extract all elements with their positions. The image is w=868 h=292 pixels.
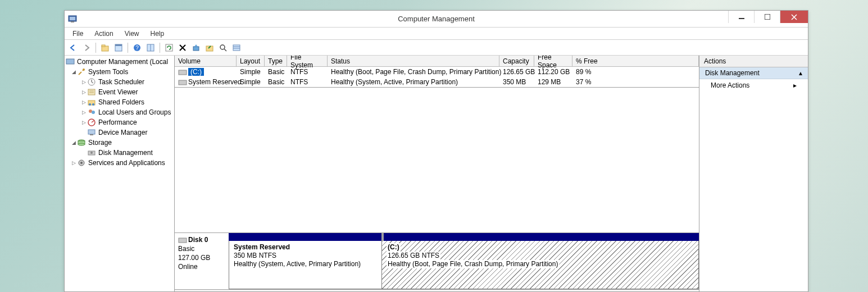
menu-action[interactable]: Action — [90, 29, 117, 39]
toolbar-separator — [160, 43, 160, 53]
tree-storage[interactable]: ◢Storage — [65, 138, 174, 148]
tree-label: Storage — [88, 139, 112, 147]
refresh-icon[interactable] — [163, 42, 175, 54]
tree-performance[interactable]: ▷Performance — [65, 117, 174, 127]
panel-icon[interactable] — [144, 42, 157, 54]
svg-rect-44 — [179, 238, 187, 243]
users-icon — [87, 108, 96, 117]
tree-event-viewer[interactable]: ▷Event Viewer — [65, 87, 174, 97]
cell-pct: 37 % — [572, 78, 699, 86]
tree-device-manager[interactable]: Device Manager — [65, 127, 174, 138]
partition-sub: 126.65 GB NTFS — [387, 252, 440, 260]
col-capacity[interactable]: Capacity — [499, 56, 534, 66]
table-row[interactable]: (C:) Simple Basic NTFS Healthy (Boot, Pa… — [175, 67, 699, 77]
settings-icon[interactable] — [190, 42, 202, 54]
menubar: File Action View Help — [65, 28, 808, 40]
col-status[interactable]: Status — [328, 56, 499, 66]
center-pane: Volume Layout Type File System Status Ca… — [175, 56, 699, 291]
expand-icon[interactable]: ▷ — [80, 120, 87, 125]
svg-rect-18 — [233, 45, 240, 51]
disk-state: Online — [178, 263, 198, 271]
svg-rect-24 — [88, 89, 95, 95]
services-icon — [77, 158, 86, 167]
col-fs[interactable]: File System — [287, 56, 328, 66]
col-type[interactable]: Type — [265, 56, 287, 66]
tree-disk-management[interactable]: Disk Management — [65, 148, 174, 158]
cell-volume: System Reserved — [188, 78, 242, 86]
tree-task-scheduler[interactable]: ▷Task Scheduler — [65, 77, 174, 87]
svg-point-37 — [78, 143, 85, 145]
disk-icon — [178, 237, 187, 244]
cell-status: Healthy (System, Active, Primary Partiti… — [328, 78, 499, 86]
maximize-button[interactable] — [754, 11, 780, 23]
list-icon[interactable] — [230, 42, 243, 54]
partition-c[interactable]: (C:) 126.65 GB NTFS Healthy (Boot, Page … — [382, 241, 698, 289]
tree-system-tools[interactable]: ◢ System Tools — [65, 67, 174, 77]
svg-point-22 — [83, 69, 85, 71]
col-pct[interactable]: % Free — [572, 56, 699, 66]
tree-services[interactable]: ▷Services and Applications — [65, 158, 174, 168]
volume-table: Volume Layout Type File System Status Ca… — [175, 56, 699, 88]
actions-group-disk-management[interactable]: Disk Management ▴ — [699, 67, 808, 79]
help-icon[interactable]: ? — [131, 42, 143, 54]
menu-file[interactable]: File — [68, 29, 88, 39]
bottom-border — [175, 289, 699, 291]
cell-pct: 89 % — [572, 68, 699, 76]
tree-label: Task Scheduler — [98, 78, 144, 86]
svg-rect-34 — [90, 134, 93, 135]
col-free[interactable]: Free Space — [534, 56, 572, 66]
partition-system-reserved[interactable]: System Reserved 350 MB NTFS Healthy (Sys… — [229, 241, 382, 289]
disk-name: Disk 0 — [188, 236, 208, 244]
back-icon[interactable] — [67, 42, 79, 54]
performance-icon — [87, 118, 96, 127]
folder-icon[interactable] — [203, 42, 216, 54]
cell-layout: Simple — [237, 78, 265, 86]
tree-label: Local Users and Groups — [98, 108, 171, 116]
window-title: Computer Management — [65, 15, 808, 23]
delete-icon[interactable] — [176, 42, 189, 54]
partition-status: Healthy (Boot, Page File, Crash Dump, Pr… — [387, 260, 559, 268]
disk-info[interactable]: Disk 0 Basic 127.00 GB Online — [175, 233, 229, 289]
svg-rect-13 — [166, 44, 172, 51]
partition-body: System Reserved 350 MB NTFS Healthy (Sys… — [229, 241, 699, 289]
svg-rect-43 — [179, 80, 187, 85]
volume-icon — [178, 79, 187, 86]
actions-more[interactable]: More Actions ▸ — [699, 79, 808, 92]
close-button[interactable] — [780, 11, 808, 23]
tree-root[interactable]: Computer Management (Local — [65, 57, 174, 67]
svg-rect-21 — [66, 59, 74, 64]
table-row[interactable]: System Reserved Simple Basic NTFS Health… — [175, 77, 699, 87]
tree-root-label: Computer Management (Local — [77, 58, 168, 66]
expand-icon[interactable]: ▷ — [80, 79, 87, 85]
volume-table-body: (C:) Simple Basic NTFS Healthy (Boot, Pa… — [175, 67, 699, 87]
col-layout[interactable]: Layout — [237, 56, 265, 66]
collapse-icon[interactable]: ◢ — [70, 69, 77, 75]
expand-icon[interactable]: ▷ — [80, 110, 87, 115]
expand-icon[interactable]: ▷ — [80, 99, 87, 105]
svg-rect-33 — [88, 130, 95, 134]
col-volume[interactable]: Volume — [175, 56, 237, 66]
collapse-icon: ▴ — [799, 69, 802, 77]
search-icon[interactable] — [217, 42, 229, 54]
svg-rect-8 — [115, 44, 122, 46]
menu-view[interactable]: View — [120, 29, 144, 39]
expand-icon[interactable]: ▷ — [80, 89, 87, 95]
up-icon[interactable] — [99, 42, 111, 54]
forward-icon[interactable] — [80, 42, 93, 54]
tree-label: Event Viewer — [98, 88, 138, 96]
collapse-icon[interactable]: ◢ — [70, 140, 77, 145]
svg-rect-4 — [765, 14, 770, 20]
partition-strip — [229, 233, 699, 241]
minimize-button[interactable] — [728, 11, 754, 23]
menu-help[interactable]: Help — [146, 29, 169, 39]
tree-local-users[interactable]: ▷Local Users and Groups — [65, 107, 174, 117]
tree-shared-folders[interactable]: ▷Shared Folders — [65, 97, 174, 107]
toolbar-separator — [96, 43, 96, 53]
cell-fs: NTFS — [287, 78, 328, 86]
expand-icon[interactable]: ▷ — [70, 160, 77, 166]
properties-icon[interactable] — [112, 42, 125, 54]
tree-label: System Tools — [88, 68, 128, 76]
disk-type: Basic — [178, 245, 194, 253]
disk-map: Disk 0 Basic 127.00 GB Online System Res… — [175, 233, 699, 289]
volume-table-header: Volume Layout Type File System Status Ca… — [175, 56, 699, 67]
